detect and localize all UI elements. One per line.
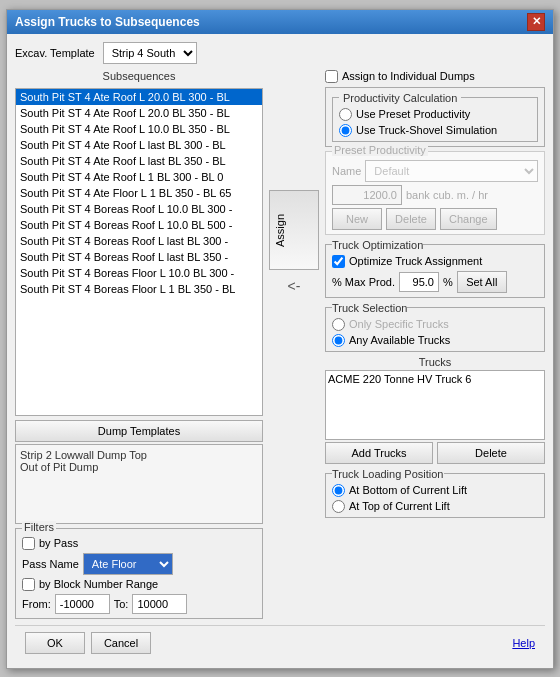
set-all-button[interactable]: Set All xyxy=(457,271,507,293)
simulation-radio-row: Use Truck-Shovel Simulation xyxy=(339,124,531,137)
preset-productivity-title: Preset Productivity xyxy=(332,144,428,156)
list-item[interactable]: South Pit ST 4 Ate Roof L 10.0 BL 350 - … xyxy=(16,121,262,137)
simulation-radio-label: Use Truck-Shovel Simulation xyxy=(356,124,497,136)
filters-group: Filters by Pass Pass Name Ate Floor Bore… xyxy=(15,528,263,619)
optimize-label: Optimize Truck Assignment xyxy=(349,255,482,267)
list-item[interactable]: South Pit ST 4 Boreas Floor L 1 BL 350 -… xyxy=(16,281,262,297)
list-item[interactable]: South Pit ST 4 Ate Roof L last BL 350 - … xyxy=(16,153,262,169)
truck-selection-title: Truck Selection xyxy=(332,302,407,314)
pass-name-select[interactable]: Ate Floor Boreas Floor Roof xyxy=(83,553,173,575)
content-area: Excav. Template Strip 4 South Strip 3 So… xyxy=(7,34,553,668)
truck-buttons-row: Add Trucks Delete xyxy=(325,442,545,464)
trucks-section: Trucks ACME 220 Tonne HV Truck 6 Add Tru… xyxy=(325,356,545,464)
preset-radio-row: Use Preset Productivity xyxy=(339,108,531,121)
bottom-lift-row: At Bottom of Current Lift xyxy=(332,484,538,497)
preset-delete-button[interactable]: Delete xyxy=(386,208,436,230)
specific-trucks-row: Only Specific Trucks xyxy=(332,318,538,331)
list-item[interactable]: South Pit ST 4 Boreas Roof L last BL 350… xyxy=(16,249,262,265)
block-range-checkbox[interactable] xyxy=(22,578,35,591)
assign-button[interactable]: Assign xyxy=(269,190,319,270)
assign-individual-label: Assign to Individual Dumps xyxy=(342,70,475,82)
block-range-row: by Block Number Range xyxy=(22,578,256,591)
optimize-row: Optimize Truck Assignment xyxy=(332,255,538,268)
preset-productivity-content: Name Default bank cub. m. / hr New Delet… xyxy=(332,160,538,230)
bypass-checkbox[interactable] xyxy=(22,537,35,550)
preset-radio[interactable] xyxy=(339,108,352,121)
trucks-list: ACME 220 Tonne HV Truck 6 xyxy=(325,370,545,440)
truck-loading-title: Truck Loading Position xyxy=(332,468,444,480)
top-lift-row: At Top of Current Lift xyxy=(332,500,538,513)
maxprod-input[interactable] xyxy=(399,272,439,292)
bottom-lift-radio[interactable] xyxy=(332,484,345,497)
percent-label: % xyxy=(443,276,453,288)
optimize-checkbox[interactable] xyxy=(332,255,345,268)
any-trucks-row: Any Available Trucks xyxy=(332,334,538,347)
any-trucks-radio[interactable] xyxy=(332,334,345,347)
list-item[interactable]: South Pit ST 4 Ate Roof L 1 BL 300 - BL … xyxy=(16,169,262,185)
from-to-row: From: To: xyxy=(22,594,256,614)
list-item[interactable]: South Pit ST 4 Boreas Roof L 10.0 BL 500… xyxy=(16,217,262,233)
truck-optimization-content: Optimize Truck Assignment % Max Prod. % … xyxy=(332,255,538,293)
filters-content: by Pass Pass Name Ate Floor Boreas Floor… xyxy=(22,537,256,614)
maxprod-row: % Max Prod. % Set All xyxy=(332,271,538,293)
preset-change-button[interactable]: Change xyxy=(440,208,497,230)
preset-name-select[interactable]: Default xyxy=(365,160,538,182)
pass-name-row: Pass Name Ate Floor Boreas Floor Roof xyxy=(22,553,256,575)
dump-item: Strip 2 Lowwall Dump Top xyxy=(20,449,258,461)
help-button[interactable]: Help xyxy=(512,637,535,649)
assign-individual-row: Assign to Individual Dumps xyxy=(325,70,545,83)
title-bar: Assign Trucks to Subsequences ✕ xyxy=(7,10,553,34)
dump-list: Strip 2 Lowwall Dump Top Out of Pit Dump xyxy=(15,444,263,524)
list-item[interactable]: South Pit ST 4 Ate Roof L 20.0 BL 350 - … xyxy=(16,105,262,121)
maxprod-label: % Max Prod. xyxy=(332,276,395,288)
bottom-left-buttons: OK Cancel xyxy=(25,632,151,654)
dump-templates-button[interactable]: Dump Templates xyxy=(15,420,263,442)
preset-name-row: Name Default xyxy=(332,160,538,182)
center-panel: Assign <- xyxy=(269,70,319,619)
list-item[interactable]: South Pit ST 4 Boreas Roof L 10.0 BL 300… xyxy=(16,201,262,217)
excav-select[interactable]: Strip 4 South Strip 3 South Strip 5 Sout… xyxy=(103,42,197,64)
productivity-group: Productivity Calculation Use Preset Prod… xyxy=(325,87,545,147)
truck-selection-group: Truck Selection Only Specific Trucks Any… xyxy=(325,302,545,352)
preset-value-input[interactable] xyxy=(332,185,402,205)
list-item[interactable]: South Pit ST 4 Ate Roof L last BL 300 - … xyxy=(16,137,262,153)
top-lift-label: At Top of Current Lift xyxy=(349,500,450,512)
preset-unit-label: bank cub. m. / hr xyxy=(406,189,488,201)
window-title: Assign Trucks to Subsequences xyxy=(15,15,200,29)
top-lift-radio[interactable] xyxy=(332,500,345,513)
assign-individual-checkbox[interactable] xyxy=(325,70,338,83)
ok-button[interactable]: OK xyxy=(25,632,85,654)
preset-new-button[interactable]: New xyxy=(332,208,382,230)
arrow-icon: <- xyxy=(288,278,301,294)
subsequences-listbox[interactable]: South Pit ST 4 Ate Roof L 20.0 BL 300 - … xyxy=(15,88,263,416)
simulation-radio[interactable] xyxy=(339,124,352,137)
bypass-row: by Pass xyxy=(22,537,256,550)
right-panel: Assign to Individual Dumps Productivity … xyxy=(325,70,545,619)
close-button[interactable]: ✕ xyxy=(527,13,545,31)
list-item[interactable]: South Pit ST 4 Ate Floor L 1 BL 350 - BL… xyxy=(16,185,262,201)
to-input[interactable] xyxy=(132,594,187,614)
bottom-bar: OK Cancel Help xyxy=(15,625,545,660)
truck-selection-content: Only Specific Trucks Any Available Truck… xyxy=(332,318,538,347)
list-item[interactable]: South Pit ST 4 Boreas Floor L 10.0 BL 30… xyxy=(16,265,262,281)
pass-name-label: Pass Name xyxy=(22,558,79,570)
specific-trucks-radio[interactable] xyxy=(332,318,345,331)
block-range-label: by Block Number Range xyxy=(39,578,158,590)
productivity-content: Use Preset Productivity Use Truck-Shovel… xyxy=(339,108,531,137)
filters-title: Filters xyxy=(22,521,56,533)
truck-loading-group: Truck Loading Position At Bottom of Curr… xyxy=(325,468,545,518)
to-label: To: xyxy=(114,598,129,610)
add-trucks-button[interactable]: Add Trucks xyxy=(325,442,433,464)
from-input[interactable] xyxy=(55,594,110,614)
preset-buttons-row: New Delete Change xyxy=(332,208,538,230)
main-area: Subsequences South Pit ST 4 Ate Roof L 2… xyxy=(15,70,545,619)
list-item[interactable]: South Pit ST 4 Boreas Roof L last BL 300… xyxy=(16,233,262,249)
list-item[interactable]: South Pit ST 4 Ate Roof L 20.0 BL 300 - … xyxy=(16,89,262,105)
preset-radio-label: Use Preset Productivity xyxy=(356,108,470,120)
excav-row: Excav. Template Strip 4 South Strip 3 So… xyxy=(15,42,545,64)
preset-productivity-group: Preset Productivity Name Default bank cu… xyxy=(325,151,545,235)
cancel-button[interactable]: Cancel xyxy=(91,632,151,654)
delete-truck-button[interactable]: Delete xyxy=(437,442,545,464)
dump-item: Out of Pit Dump xyxy=(20,461,258,473)
truck-optimization-title: Truck Optimization xyxy=(332,239,423,251)
